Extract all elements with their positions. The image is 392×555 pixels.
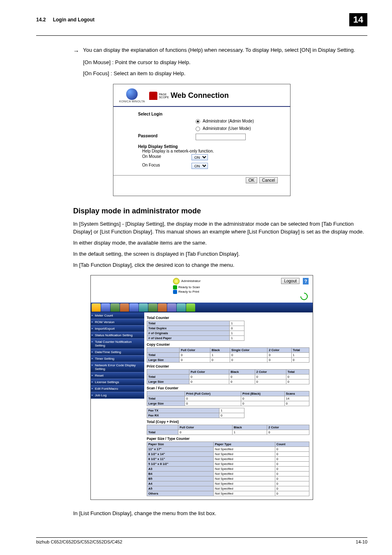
subsection-heading: Display mode in administrator mode <box>73 207 367 215</box>
section-heading: 14.2 Login and Logout <box>36 17 95 23</box>
on-mouse-label: On Mouse <box>142 154 191 160</box>
password-label: Password <box>138 134 196 141</box>
tab-network[interactable] <box>129 303 138 312</box>
tab-fax[interactable] <box>167 303 176 312</box>
para4: In [Tab Function Display], click the des… <box>73 261 367 269</box>
total-counter-heading: Total Counter <box>147 316 309 320</box>
tab-user[interactable] <box>120 303 129 312</box>
on-focus-select[interactable]: ON <box>191 163 208 169</box>
ready-scan-icon <box>173 285 177 289</box>
tab-box[interactable] <box>139 303 148 312</box>
para1: In [System Settings] - [Display Setting]… <box>73 220 367 236</box>
para2: In either display mode, the available it… <box>73 239 367 247</box>
ready-scan-label: Ready to Scan <box>178 285 200 289</box>
print-counter-heading: Print Counter <box>147 364 309 368</box>
fax-rx-value: 0 <box>219 413 244 418</box>
administrator-icon <box>173 278 180 284</box>
select-login-label: Select Login <box>138 112 196 116</box>
sidebar-item[interactable]: Import/Export <box>91 326 144 332</box>
tab-wizard[interactable] <box>177 303 186 312</box>
tab-print[interactable] <box>148 303 157 312</box>
scanfax-counter-table: Print (Full Color)Print (Black)ScansTota… <box>147 391 309 406</box>
total-copyprint-heading: Total (Copy + Print) <box>147 420 309 424</box>
cancel-button[interactable]: Cancel <box>259 177 278 183</box>
sidebar-item[interactable]: Date/Time Setting <box>91 349 144 356</box>
fax-rx-label: Fax RX <box>147 413 219 418</box>
logout-button[interactable]: Logout <box>281 278 300 284</box>
password-input[interactable] <box>196 134 246 140</box>
fax-table: Fax TX1 Fax RX0 <box>147 408 244 418</box>
total-copyprint-table: Full ColorBlack2 ColorTotal010 <box>147 425 309 435</box>
fax-tx-value: 1 <box>219 408 244 413</box>
admin-mode-radio[interactable] <box>196 119 200 124</box>
sidebar-item[interactable]: Network Error Code Display Setting <box>91 362 144 372</box>
help-mouse-text: [On Mouse] : Point the cursor to display… <box>83 59 367 67</box>
sidebar-item[interactable]: Meter Count <box>91 312 144 319</box>
user-mode-radio-label: Administrator (User Mode) <box>203 126 251 131</box>
sidebar-item[interactable]: Timer Setting <box>91 356 144 362</box>
chapter-badge: 14 <box>349 13 367 26</box>
tab-custom[interactable] <box>186 303 195 312</box>
administrator-label: Administrator <box>181 279 201 283</box>
section-title: Login and Logout <box>53 17 95 23</box>
header-divider <box>36 35 367 36</box>
scanfax-heading: Scan / Fax Counter <box>147 386 309 390</box>
on-focus-label: On Focus <box>142 163 191 169</box>
paper-counter-heading: Paper Size / Type Counter <box>147 437 309 441</box>
pagescope-icon <box>149 92 157 100</box>
admin-mode-radio-label: Administrator (Admin Mode) <box>203 119 254 123</box>
body-arrow-text: You can display the explanation of funct… <box>83 46 355 56</box>
arrow-icon: → <box>73 46 83 56</box>
copy-counter-heading: Copy Counter <box>147 342 309 347</box>
sidebar-item[interactable]: Reset <box>91 372 144 379</box>
sidebar-item[interactable]: Job Log <box>91 392 144 399</box>
ready-print-icon <box>173 290 177 294</box>
admin-screenshot: Administrator Ready to Scan Ready to Pri… <box>90 275 313 500</box>
sidebar-item[interactable]: Status Notification Setting <box>91 332 144 339</box>
help-display-heading: Help Display Setting <box>138 144 274 149</box>
tab-icon-bar <box>91 303 313 312</box>
tab-security[interactable] <box>111 303 120 312</box>
help-icon[interactable]: ? <box>303 278 309 284</box>
total-counter-table: Total1Total Duplex0# of Originals1# of U… <box>147 321 244 341</box>
sidebar-item[interactable]: Total Counter Notification Setting <box>91 339 144 349</box>
footer-page: 14-10 <box>356 539 367 544</box>
tab-store[interactable] <box>158 303 167 312</box>
admin-sidebar: Meter CountROM VersionImport/ExportStatu… <box>91 312 144 500</box>
para3: In the default setting, the screen is di… <box>73 250 367 258</box>
konica-minolta-logo-icon <box>126 88 138 100</box>
sidebar-item[interactable]: Edit Font/Macro <box>91 386 144 392</box>
web-connection-title: Web Connection <box>171 91 229 100</box>
ready-print-label: Ready to Print <box>178 290 199 294</box>
refresh-icon[interactable] <box>299 291 309 301</box>
user-mode-radio[interactable] <box>196 127 200 131</box>
brand-text: KONICA MINOLTA <box>119 100 145 103</box>
login-screenshot: KONICA MINOLTA PAGE SCOPE Web Connection… <box>113 84 291 196</box>
help-display-sub: Help Display is a network-only function. <box>142 149 274 153</box>
help-focus-text: [On Focus] : Select an item to display H… <box>83 70 367 78</box>
print-counter-table: Full ColorBlack2 ColorTotalTotal0000Larg… <box>147 369 309 384</box>
on-mouse-select[interactable]: ON <box>191 154 208 160</box>
paper-counter-table: Paper SizePaper TypeCount11" x 17"Not Sp… <box>147 442 309 496</box>
ok-button[interactable]: OK <box>246 177 257 183</box>
copy-counter-table: Full ColorBlackSingle Color2 ColorTotalT… <box>147 347 309 363</box>
sidebar-item[interactable]: License Settings <box>91 379 144 386</box>
footer-model: bizhub C652/C652DS/C552/C552DS/C452 <box>36 539 122 544</box>
para5: In [List Function Display], change the m… <box>73 510 367 518</box>
tab-system[interactable] <box>101 303 110 312</box>
fax-tx-label: Fax TX <box>147 408 219 413</box>
sidebar-item[interactable]: ROM Version <box>91 319 144 326</box>
tab-maintenance[interactable] <box>92 303 101 312</box>
section-number: 14.2 <box>36 17 46 23</box>
